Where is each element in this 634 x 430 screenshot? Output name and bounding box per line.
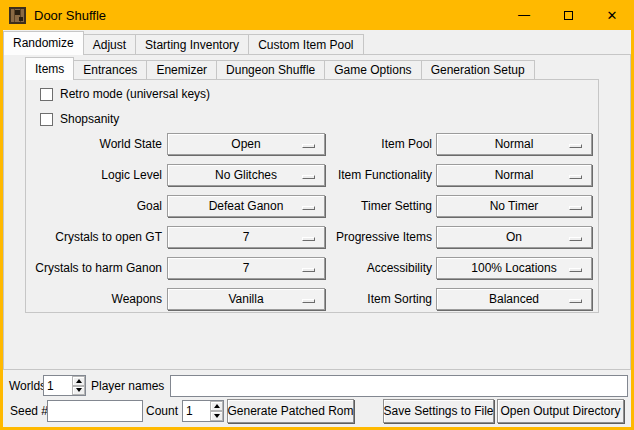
tab-generation-setup[interactable]: Generation Setup — [421, 60, 535, 80]
item-functionality-label: Item Functionality — [302, 168, 432, 182]
count-spin-down-button[interactable] — [210, 411, 223, 421]
close-button[interactable]: ✕ — [590, 0, 634, 30]
world-state-label: World State — [20, 137, 162, 151]
tab-adjust[interactable]: Adjust — [83, 34, 136, 55]
world-state-value: Open — [231, 137, 260, 151]
accessibility-dropdown[interactable]: 100% Locations — [436, 257, 592, 279]
crystals-gt-label: Crystals to open GT — [20, 230, 162, 244]
seed-label: Seed # — [10, 404, 48, 418]
item-pool-label: Item Pool — [302, 137, 432, 151]
item-functionality-value: Normal — [495, 168, 534, 182]
count-spin-up-button[interactable] — [210, 401, 223, 411]
logic-level-value: No Glitches — [215, 168, 277, 182]
tab-randomize[interactable]: Randomize — [3, 31, 84, 55]
dropdown-indicator-icon — [569, 268, 582, 272]
count-spinner[interactable] — [182, 400, 224, 422]
tab-custom-item-pool[interactable]: Custom Item Pool — [248, 34, 363, 55]
player-names-label: Player names — [91, 379, 164, 393]
retro-mode-checkbox[interactable] — [40, 88, 53, 101]
maximize-button[interactable] — [546, 0, 590, 30]
crystals-ganon-label: Crystals to harm Ganon — [20, 261, 162, 275]
shopsanity-checkbox[interactable] — [40, 113, 53, 126]
minimize-icon: — — [518, 9, 530, 21]
arrow-down-icon — [76, 388, 82, 392]
dropdown-indicator-icon — [569, 175, 582, 179]
retro-mode-label: Retro mode (universal keys) — [60, 87, 210, 101]
count-label: Count — [146, 404, 178, 418]
timer-setting-value: No Timer — [490, 199, 539, 213]
shopsanity-label: Shopsanity — [60, 112, 119, 126]
dropdown-indicator-icon — [569, 206, 582, 210]
tab-items[interactable]: Items — [25, 57, 74, 80]
crystals-gt-value: 7 — [243, 230, 250, 244]
item-sorting-dropdown[interactable]: Balanced — [436, 288, 592, 310]
weapons-value: Vanilla — [228, 292, 263, 306]
close-icon: ✕ — [607, 9, 618, 22]
maximize-icon — [564, 11, 573, 20]
dropdown-indicator-icon — [569, 237, 582, 241]
player-names-input[interactable] — [170, 375, 628, 397]
logic-level-label: Logic Level — [20, 168, 162, 182]
accessibility-label: Accessibility — [302, 261, 432, 275]
main-tab-bar: Randomize Adjust Starting Inventory Cust… — [3, 31, 363, 55]
worlds-input[interactable] — [44, 376, 72, 395]
dropdown-indicator-icon — [569, 144, 582, 148]
sub-tab-bar: Items Entrances Enemizer Dungeon Shuffle… — [25, 57, 534, 80]
worlds-label: Worlds — [9, 379, 46, 393]
arrow-up-icon — [214, 404, 220, 408]
count-input[interactable] — [183, 401, 210, 421]
item-pool-value: Normal — [495, 137, 534, 151]
open-output-directory-button[interactable]: Open Output Directory — [497, 399, 624, 423]
save-settings-button[interactable]: Save Settings to File — [383, 399, 494, 423]
tab-entrances[interactable]: Entrances — [73, 60, 147, 80]
accessibility-value: 100% Locations — [471, 261, 556, 275]
dropdown-indicator-icon — [569, 299, 582, 303]
door-icon — [9, 7, 26, 24]
item-sorting-label: Item Sorting — [302, 292, 432, 306]
progressive-items-label: Progressive Items — [302, 230, 432, 244]
title-bar[interactable]: Door Shuffle — ✕ — [0, 0, 634, 30]
crystals-ganon-value: 7 — [243, 261, 250, 275]
item-functionality-dropdown[interactable]: Normal — [436, 164, 592, 186]
weapons-label: Weapons — [20, 292, 162, 306]
door-shuffle-window: Door Shuffle — ✕ Randomize Adjust Starti… — [0, 0, 634, 430]
arrow-down-icon — [214, 414, 220, 418]
retro-mode-row: Retro mode (universal keys) — [40, 87, 210, 101]
tab-enemizer[interactable]: Enemizer — [146, 60, 217, 80]
shopsanity-row: Shopsanity — [40, 112, 119, 126]
item-sorting-value: Balanced — [489, 292, 539, 306]
worlds-spinner[interactable] — [43, 375, 86, 396]
seed-input[interactable] — [47, 400, 143, 422]
minimize-button[interactable]: — — [502, 0, 546, 30]
goal-label: Goal — [20, 199, 162, 213]
tab-dungeon-shuffle[interactable]: Dungeon Shuffle — [216, 60, 325, 80]
window-title: Door Shuffle — [34, 8, 106, 23]
item-pool-dropdown[interactable]: Normal — [436, 133, 592, 155]
timer-setting-label: Timer Setting — [302, 199, 432, 213]
goal-value: Defeat Ganon — [209, 199, 284, 213]
generate-patched-rom-button[interactable]: Generate Patched Rom — [227, 399, 354, 423]
progressive-items-dropdown[interactable]: On — [436, 226, 592, 248]
tab-game-options[interactable]: Game Options — [324, 60, 421, 80]
arrow-up-icon — [76, 379, 82, 383]
progressive-items-value: On — [506, 230, 522, 244]
worlds-spin-up-button[interactable] — [72, 376, 85, 386]
timer-setting-dropdown[interactable]: No Timer — [436, 195, 592, 217]
tab-starting-inventory[interactable]: Starting Inventory — [135, 34, 249, 55]
worlds-spin-down-button[interactable] — [72, 386, 85, 396]
